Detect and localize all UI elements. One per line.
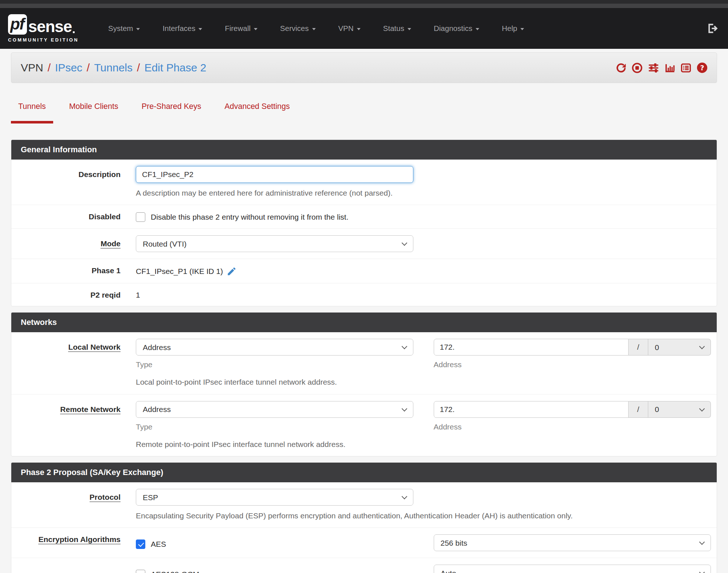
sign-out-icon[interactable] xyxy=(706,23,718,34)
mode-select-wrap: Routed (VTI) xyxy=(136,235,413,252)
pf-logo-box: pf xyxy=(8,14,27,35)
local-network-label: Local Network xyxy=(11,339,121,352)
description-input[interactable] xyxy=(136,166,413,183)
sliders-icon[interactable] xyxy=(648,62,660,74)
description-row: Description A description may be entered… xyxy=(11,160,717,205)
help-icon[interactable]: ? xyxy=(696,62,708,74)
remote-network-mask-select[interactable]: 0 xyxy=(648,401,711,418)
protocol-select-wrap: ESP xyxy=(136,489,413,506)
panel-title-general-information: General Information xyxy=(11,140,717,160)
list-alt-icon[interactable] xyxy=(680,62,692,74)
nav-item-status[interactable]: Status xyxy=(372,24,422,33)
remote-network-label: Remote Network xyxy=(11,401,121,414)
chart-bar-icon[interactable] xyxy=(664,62,676,74)
local-network-type-caption: Type xyxy=(136,360,413,369)
breadcrumb-separator: / xyxy=(48,62,51,74)
nav-item-services[interactable]: Services xyxy=(269,24,327,33)
nav-item-interfaces[interactable]: Interfaces xyxy=(151,24,213,33)
breadcrumb-link-ipsec[interactable]: IPsec xyxy=(55,62,82,74)
remote-network-type-select-wrap: Address xyxy=(136,401,413,418)
svg-text:?: ? xyxy=(700,64,704,72)
remote-network-slash-addon: / xyxy=(629,401,648,418)
pfsense-logo[interactable]: pf sense COMMUNITY EDITION xyxy=(8,14,79,43)
aes-keylen-select[interactable]: 256 bits xyxy=(434,534,711,551)
aes128-gcm-checkbox[interactable] xyxy=(136,570,145,573)
window-title-strip xyxy=(0,4,728,8)
breadcrumb-current: VPN xyxy=(21,62,43,74)
logo-pf-text: pf xyxy=(10,15,24,33)
section-tabs: Tunnels Mobile Clients Pre-Shared Keys A… xyxy=(11,102,717,123)
protocol-select[interactable]: ESP xyxy=(136,489,413,506)
networks-panel: Networks Local Network Address Type xyxy=(11,312,717,456)
local-network-slash-addon: / xyxy=(629,339,648,356)
navbar-menu: System Interfaces Firewall Services VPN … xyxy=(97,24,535,33)
main-navbar: pf sense COMMUNITY EDITION System Interf… xyxy=(0,8,728,49)
mode-label: Mode xyxy=(11,235,121,248)
protocol-label: Protocol xyxy=(11,489,121,502)
tab-pre-shared-keys[interactable]: Pre-Shared Keys xyxy=(134,102,209,123)
description-label: Description xyxy=(11,166,121,179)
disabled-label: Disabled xyxy=(11,212,121,221)
remote-network-type-select[interactable]: Address xyxy=(136,401,413,418)
refresh-icon[interactable] xyxy=(615,62,627,74)
phase1-label: Phase 1 xyxy=(11,266,121,275)
encryption-algorithms-row-aes128gcm: AES128-GCM Auto xyxy=(11,558,717,573)
nav-item-help[interactable]: Help xyxy=(491,24,535,33)
protocol-help-text: Encapsulating Security Payload (ESP) per… xyxy=(136,511,711,521)
caret-down-icon xyxy=(136,28,140,30)
encryption-algorithms-row-aes: Encryption Algorithms AES 256 bits xyxy=(11,528,717,558)
p2-reqid-row: P2 reqid 1 xyxy=(11,283,717,306)
encryption-algorithms-empty-label xyxy=(11,565,121,565)
phase1-row: Phase 1 CF1_IPsec_P1 (IKE ID 1) xyxy=(11,259,717,283)
aes128-gcm-keylen-select[interactable]: Auto xyxy=(434,565,711,573)
local-network-mask-select[interactable]: 0 xyxy=(648,339,711,356)
local-network-type-select[interactable]: Address xyxy=(136,339,413,356)
local-network-help-text: Local point-to-point IPsec interface tun… xyxy=(136,377,711,387)
general-information-panel: General Information Description A descri… xyxy=(11,140,717,306)
aes-checkbox[interactable] xyxy=(136,539,145,549)
encryption-algorithms-label: Encryption Algorithms xyxy=(11,534,121,544)
breadcrumb-separator: / xyxy=(87,62,90,74)
tab-tunnels[interactable]: Tunnels xyxy=(11,102,53,123)
nav-item-diagnostics[interactable]: Diagnostics xyxy=(422,24,491,33)
remote-network-mask-select-wrap: 0 xyxy=(648,401,711,418)
logo-sense-text: sense xyxy=(28,19,72,35)
disabled-row: Disabled Disable this phase 2 entry with… xyxy=(11,205,717,229)
disabled-checkbox[interactable] xyxy=(136,212,145,222)
caret-down-icon xyxy=(520,28,524,30)
remote-network-type-caption: Type xyxy=(136,423,413,431)
aes-keylen-select-wrap: 256 bits xyxy=(434,534,711,551)
local-network-address-caption: Address xyxy=(434,360,711,369)
local-network-address-input[interactable] xyxy=(434,339,629,356)
stop-circle-icon[interactable] xyxy=(631,62,643,74)
remote-network-row: Remote Network Address Type xyxy=(11,395,717,456)
nav-item-vpn[interactable]: VPN xyxy=(327,24,372,33)
caret-down-icon xyxy=(198,28,202,30)
breadcrumb-separator: / xyxy=(137,62,140,74)
caret-down-icon xyxy=(408,28,411,30)
mode-select[interactable]: Routed (VTI) xyxy=(136,235,413,252)
local-network-type-select-wrap: Address xyxy=(136,339,413,356)
remote-network-address-input[interactable] xyxy=(434,401,629,418)
panel-title-networks: Networks xyxy=(11,313,717,332)
window-top-strip xyxy=(0,0,728,4)
aes128-gcm-checkbox-label: AES128-GCM xyxy=(151,570,199,573)
tab-mobile-clients[interactable]: Mobile Clients xyxy=(62,102,126,123)
nav-item-system[interactable]: System xyxy=(97,24,151,33)
caret-down-icon xyxy=(254,28,257,30)
tab-advanced-settings[interactable]: Advanced Settings xyxy=(217,102,297,123)
nav-item-firewall[interactable]: Firewall xyxy=(213,24,269,33)
description-help-text: A description may be entered here for ad… xyxy=(136,188,711,198)
page-action-icons: ? xyxy=(615,62,708,74)
breadcrumb-link-tunnels[interactable]: Tunnels xyxy=(94,62,133,74)
phase1-value: CF1_IPsec_P1 (IKE ID 1) xyxy=(136,267,223,276)
p2-reqid-value: 1 xyxy=(136,291,140,299)
logo-edition-text: COMMUNITY EDITION xyxy=(8,37,79,43)
breadcrumb-link-edit-phase-2[interactable]: Edit Phase 2 xyxy=(144,62,206,74)
caret-down-icon xyxy=(476,28,479,30)
p2-reqid-label: P2 reqid xyxy=(11,290,121,299)
pencil-icon[interactable] xyxy=(227,266,237,276)
remote-network-help-text: Remote point-to-point IPsec interface tu… xyxy=(136,439,711,450)
caret-down-icon xyxy=(312,28,316,30)
disabled-checkbox-label: Disable this phase 2 entry without remov… xyxy=(151,213,349,221)
